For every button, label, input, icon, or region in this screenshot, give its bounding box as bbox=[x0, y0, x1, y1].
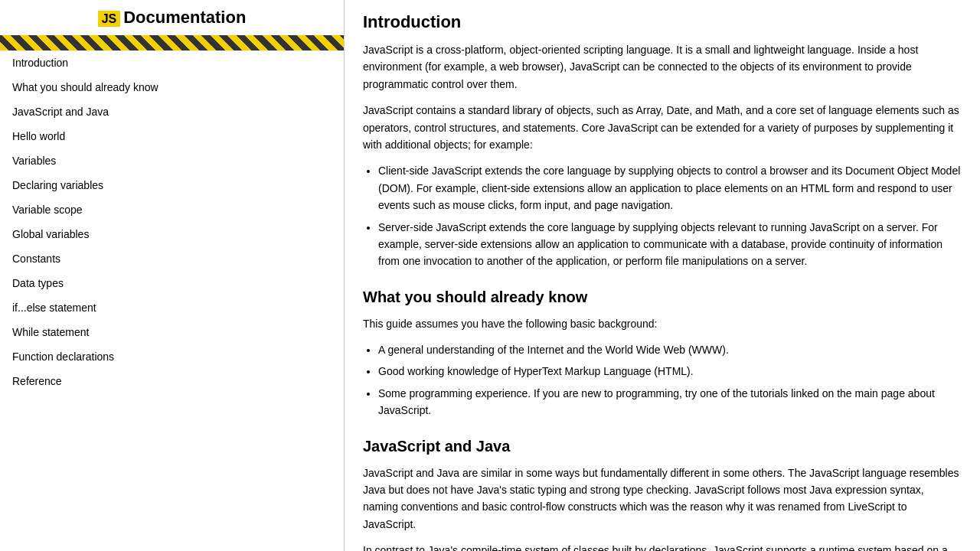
sidebar-nav-item: Variables bbox=[0, 148, 344, 173]
sidebar-nav-item: What you should already know bbox=[0, 75, 344, 99]
content-paragraph: JavaScript is a cross-platform, object-o… bbox=[363, 41, 962, 93]
stripe-bar bbox=[0, 35, 344, 51]
sidebar-nav-item: Declaring variables bbox=[0, 173, 344, 197]
sidebar-nav-link[interactable]: What you should already know bbox=[0, 75, 344, 99]
sidebar-nav-link[interactable]: Variable scope bbox=[0, 197, 344, 222]
sidebar-nav-link[interactable]: Reference bbox=[0, 369, 344, 393]
section-title: Introduction bbox=[363, 12, 962, 32]
content-paragraph: JavaScript and Java are similar in some … bbox=[363, 465, 962, 533]
list-item: Server-side JavaScript extends the core … bbox=[378, 219, 962, 270]
sidebar-nav-item: Constants bbox=[0, 246, 344, 271]
sidebar-nav-link[interactable]: While statement bbox=[0, 320, 344, 344]
sidebar-nav-item: Global variables bbox=[0, 222, 344, 246]
sections-container: IntroductionJavaScript is a cross-platfo… bbox=[363, 12, 962, 551]
section-title: What you should already know bbox=[363, 289, 962, 306]
sidebar-nav-link[interactable]: Function declarations bbox=[0, 344, 344, 369]
sidebar-title: Documentation bbox=[123, 8, 246, 27]
sidebar-nav-link[interactable]: Introduction bbox=[0, 51, 344, 75]
content-paragraph: In contrast to Java's compile-time syste… bbox=[363, 542, 962, 551]
content-list: A general understanding of the Internet … bbox=[378, 341, 962, 419]
sidebar-nav-item: Function declarations bbox=[0, 344, 344, 369]
sidebar-nav-item: Introduction bbox=[0, 51, 344, 75]
content-paragraph: JavaScript contains a standard library o… bbox=[363, 102, 962, 153]
sidebar-nav-link[interactable]: Constants bbox=[0, 246, 344, 271]
list-item: Some programming experience. If you are … bbox=[378, 385, 962, 419]
main-content: IntroductionJavaScript is a cross-platfo… bbox=[345, 0, 980, 551]
sidebar-header: JSDocumentation bbox=[0, 0, 344, 35]
section-title: JavaScript and Java bbox=[363, 438, 962, 455]
sidebar-nav-item: if...else statement bbox=[0, 295, 344, 320]
content-list: Client-side JavaScript extends the core … bbox=[378, 162, 962, 269]
sidebar-nav-item: Variable scope bbox=[0, 197, 344, 222]
sidebar-nav-list: IntroductionWhat you should already know… bbox=[0, 51, 344, 393]
sidebar-nav-item: JavaScript and Java bbox=[0, 99, 344, 124]
sidebar-nav-item: Data types bbox=[0, 271, 344, 295]
js-badge: JS bbox=[98, 11, 121, 27]
content-paragraph: This guide assumes you have the followin… bbox=[363, 315, 962, 332]
list-item: Client-side JavaScript extends the core … bbox=[378, 162, 962, 214]
sidebar: JSDocumentation IntroductionWhat you sho… bbox=[0, 0, 345, 551]
sidebar-nav-link[interactable]: Data types bbox=[0, 271, 344, 295]
sidebar-nav-item: While statement bbox=[0, 320, 344, 344]
list-item: Good working knowledge of HyperText Mark… bbox=[378, 363, 962, 380]
sidebar-nav-item: Reference bbox=[0, 369, 344, 393]
sidebar-nav-link[interactable]: if...else statement bbox=[0, 295, 344, 320]
sidebar-nav-link[interactable]: JavaScript and Java bbox=[0, 99, 344, 124]
sidebar-nav: IntroductionWhat you should already know… bbox=[0, 51, 344, 393]
sidebar-nav-link[interactable]: Variables bbox=[0, 148, 344, 173]
sidebar-nav-link[interactable]: Global variables bbox=[0, 222, 344, 246]
sidebar-nav-link[interactable]: Hello world bbox=[0, 124, 344, 148]
sidebar-nav-link[interactable]: Declaring variables bbox=[0, 173, 344, 197]
list-item: A general understanding of the Internet … bbox=[378, 341, 962, 358]
sidebar-nav-item: Hello world bbox=[0, 124, 344, 148]
